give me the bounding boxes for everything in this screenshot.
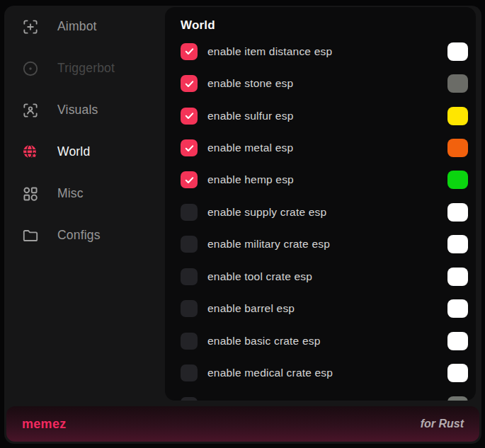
brand-tagline: for Rust bbox=[421, 418, 464, 430]
checkbox-hemp-esp[interactable] bbox=[181, 171, 198, 188]
option-label: enable hemp esp bbox=[207, 173, 294, 186]
brand-name: memez bbox=[22, 417, 67, 432]
checkbox-barrel-esp[interactable] bbox=[181, 300, 198, 317]
color-swatch[interactable] bbox=[447, 332, 468, 350]
color-swatch[interactable] bbox=[447, 364, 468, 382]
color-swatch[interactable] bbox=[447, 203, 468, 222]
option-row: enable tool crate esp bbox=[165, 260, 476, 292]
checkbox-sulfur-esp[interactable] bbox=[181, 108, 198, 125]
option-label: enable military crate esp bbox=[207, 238, 330, 251]
sidebar-item-configs[interactable]: Configs bbox=[4, 214, 165, 256]
option-row: enable stone esp bbox=[165, 67, 476, 99]
sidebar-item-label: World bbox=[57, 144, 90, 159]
color-swatch[interactable] bbox=[447, 74, 468, 93]
option-row: enable item distance esp bbox=[165, 35, 476, 67]
option-label: enable item distance esp bbox=[207, 45, 332, 58]
checkbox-clipped[interactable] bbox=[181, 397, 198, 401]
option-row: enable hemp esp bbox=[165, 164, 476, 196]
checkbox-military-crate-esp[interactable] bbox=[181, 236, 198, 253]
sidebar-item-aimbot[interactable]: Aimbot bbox=[4, 6, 165, 47]
sidebar-item-label: Configs bbox=[57, 228, 101, 243]
option-label: enable supply crate esp bbox=[207, 206, 326, 219]
option-row: enable sulfur esp bbox=[165, 100, 476, 132]
color-swatch[interactable] bbox=[447, 139, 468, 157]
color-swatch[interactable] bbox=[447, 171, 468, 189]
option-label: enable sulfur esp bbox=[207, 110, 293, 122]
option-rows: enable item distance esp enable stone es… bbox=[165, 35, 476, 401]
option-label: enable medical crate esp bbox=[207, 367, 333, 379]
sidebar-item-world[interactable]: World bbox=[4, 131, 165, 173]
option-label: enable barrel esp bbox=[207, 302, 295, 315]
checkbox-item-distance-esp[interactable] bbox=[181, 43, 198, 60]
triggerbot-icon bbox=[21, 59, 40, 78]
cheat-menu-window: Aimbot Triggerbot Visuals bbox=[4, 6, 481, 444]
sidebar-item-label: Visuals bbox=[57, 103, 98, 117]
world-panel: World enable item distance esp enable st… bbox=[165, 7, 476, 401]
world-icon bbox=[21, 143, 40, 161]
sidebar-item-label: Aimbot bbox=[57, 19, 97, 34]
option-row-clipped bbox=[165, 389, 476, 401]
checkbox-stone-esp[interactable] bbox=[181, 75, 198, 92]
checkbox-tool-crate-esp[interactable] bbox=[181, 268, 198, 285]
checkbox-supply-crate-esp[interactable] bbox=[181, 204, 198, 221]
configs-icon bbox=[21, 226, 40, 245]
option-label: enable basic crate esp bbox=[207, 335, 321, 348]
option-row: enable medical crate esp bbox=[165, 357, 476, 389]
option-row: enable supply crate esp bbox=[165, 196, 476, 228]
color-swatch[interactable] bbox=[447, 396, 468, 401]
option-label: enable tool crate esp bbox=[207, 270, 312, 283]
color-swatch[interactable] bbox=[447, 299, 468, 318]
footer-bar: memez for Rust bbox=[6, 406, 479, 442]
sidebar-item-visuals[interactable]: Visuals bbox=[4, 89, 165, 131]
color-swatch[interactable] bbox=[447, 268, 468, 286]
sidebar-item-label: Triggerbot bbox=[57, 61, 115, 76]
panel-title: World bbox=[165, 7, 476, 33]
checkbox-metal-esp[interactable] bbox=[181, 139, 198, 156]
sidebar-item-misc[interactable]: Misc bbox=[4, 173, 165, 214]
visuals-icon bbox=[21, 101, 40, 120]
option-label: enable stone esp bbox=[207, 77, 293, 90]
option-row: enable basic crate esp bbox=[165, 325, 476, 357]
color-swatch[interactable] bbox=[447, 235, 468, 253]
option-row: enable metal esp bbox=[165, 132, 476, 163]
checkbox-basic-crate-esp[interactable] bbox=[181, 333, 198, 350]
misc-icon bbox=[21, 185, 40, 203]
option-row: enable military crate esp bbox=[165, 229, 476, 260]
color-swatch[interactable] bbox=[447, 42, 468, 61]
aimbot-icon bbox=[21, 18, 40, 36]
sidebar-item-triggerbot[interactable]: Triggerbot bbox=[4, 47, 165, 89]
option-row: enable barrel esp bbox=[165, 293, 476, 325]
checkbox-medical-crate-esp[interactable] bbox=[181, 364, 198, 381]
color-swatch[interactable] bbox=[447, 107, 468, 125]
option-label: enable metal esp bbox=[207, 142, 293, 154]
sidebar-item-label: Misc bbox=[57, 186, 84, 201]
sidebar: Aimbot Triggerbot Visuals bbox=[4, 6, 165, 402]
